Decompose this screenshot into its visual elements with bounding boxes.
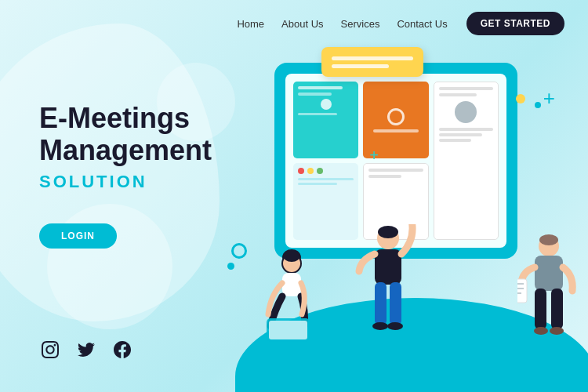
svg-point-20 xyxy=(550,327,564,335)
svg-rect-16 xyxy=(535,256,563,291)
deco-dot-teal xyxy=(535,102,541,108)
svg-rect-2 xyxy=(282,273,301,296)
hero-left: E-Meetings Management SOLUTION LOGIN xyxy=(39,102,212,249)
nav-about[interactable]: About Us xyxy=(281,18,323,30)
svg-rect-10 xyxy=(375,282,387,325)
floating-card xyxy=(321,47,423,77)
hero-title-line2: Management xyxy=(39,134,212,166)
instagram-icon[interactable] xyxy=(39,339,61,361)
svg-point-12 xyxy=(372,322,388,330)
deco-plus-top: + xyxy=(543,86,555,111)
nav-contact[interactable]: Contact Us xyxy=(397,18,447,30)
twitter-icon[interactable] xyxy=(75,339,97,361)
svg-rect-18 xyxy=(551,289,563,329)
login-button[interactable]: LOGIN xyxy=(39,223,117,249)
get-started-button[interactable]: GET STARTED xyxy=(466,12,564,35)
deco-dot-yellow xyxy=(516,94,525,103)
page-wrapper: + Home About Us Services Contact Us GET … xyxy=(0,0,588,392)
dashboard-grid xyxy=(285,74,506,248)
svg-point-8 xyxy=(378,226,398,238)
deco-dot-left xyxy=(227,263,234,270)
svg-rect-4 xyxy=(269,321,307,339)
nav-home[interactable]: Home xyxy=(237,18,264,30)
svg-point-13 xyxy=(387,322,403,330)
svg-rect-9 xyxy=(375,249,401,285)
nav-links: Home About Us Services Contact Us xyxy=(237,18,447,30)
db-card-profile xyxy=(434,82,499,240)
svg-point-6 xyxy=(283,249,300,262)
db-card-light1 xyxy=(293,163,358,240)
floating-card-lines xyxy=(332,56,413,68)
hero-title-line1: E-Meetings xyxy=(39,102,190,134)
svg-rect-11 xyxy=(390,282,401,325)
person-standing xyxy=(353,224,423,353)
monitor-inner: + xyxy=(285,74,506,248)
svg-rect-17 xyxy=(535,289,546,329)
svg-rect-21 xyxy=(517,279,527,303)
social-icons xyxy=(39,339,133,361)
nav-services[interactable]: Services xyxy=(341,18,380,30)
deco-circle-left xyxy=(231,243,247,259)
person-sitting xyxy=(259,248,337,353)
svg-point-15 xyxy=(539,234,558,245)
illustration: + xyxy=(251,47,588,392)
facebook-icon[interactable] xyxy=(111,339,133,361)
hero-title: E-Meetings Management xyxy=(39,102,212,167)
hero-subtitle: SOLUTION xyxy=(39,172,212,192)
db-card-teal xyxy=(293,82,358,158)
navbar: Home About Us Services Contact Us GET ST… xyxy=(0,0,588,47)
person-right xyxy=(517,232,580,353)
monitor-plus: + xyxy=(369,147,379,165)
svg-point-19 xyxy=(534,327,548,335)
